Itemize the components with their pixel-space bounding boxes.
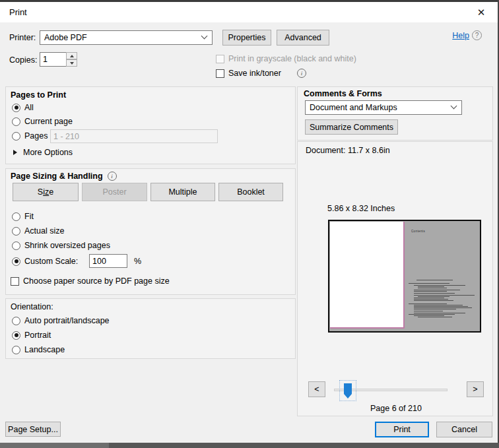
comments-forms-title: Comments & Forms — [304, 89, 382, 98]
all-radio[interactable] — [12, 104, 20, 112]
current-page-radio[interactable] — [12, 117, 20, 126]
info-icon[interactable]: i — [297, 69, 306, 78]
document-size-label: Document: 11.7 x 8.6in — [306, 146, 390, 155]
portrait-radio[interactable] — [12, 331, 20, 340]
paper-source-option[interactable]: Choose paper source by PDF page size — [11, 276, 170, 286]
actual-size-label: Actual size — [24, 226, 64, 236]
help-link[interactable]: Help — [452, 31, 469, 40]
summarize-comments-button[interactable]: Summarize Comments — [305, 119, 398, 135]
help-icon[interactable]: ? — [472, 30, 482, 40]
save-ink-label: Save ink/toner — [228, 69, 281, 78]
fit-label: Fit — [24, 212, 34, 221]
portrait-label: Portrait — [24, 331, 51, 340]
landscape-option[interactable]: Landscape — [12, 345, 65, 354]
copies-stepper — [66, 52, 77, 67]
next-page-button[interactable]: > — [467, 381, 484, 397]
arrow-down-icon — [70, 62, 74, 65]
size-button[interactable]: Size — [13, 183, 79, 201]
preview-page-thumbnail: Contents — [328, 220, 481, 333]
chevron-down-icon — [451, 104, 457, 109]
size-label-post: e — [49, 187, 53, 197]
background-window-bottom-edge-light — [0, 443, 109, 448]
save-ink-option: Save ink/toner i — [216, 69, 306, 78]
fit-option[interactable]: Fit — [12, 212, 34, 221]
copies-decrement-button[interactable] — [66, 59, 77, 67]
pages-label: Pages — [24, 131, 48, 141]
previous-icon: < — [314, 385, 319, 394]
next-icon: > — [473, 385, 477, 394]
custom-scale-input[interactable] — [89, 254, 127, 268]
chevron-down-icon — [202, 34, 207, 39]
pages-to-print-title: Pages to Print — [11, 90, 66, 100]
save-ink-checkbox[interactable] — [216, 69, 224, 78]
copies-increment-button[interactable] — [66, 52, 77, 59]
print-button[interactable]: Print — [375, 422, 429, 437]
printer-label: Printer: — [9, 33, 36, 42]
orientation-title: Orientation: — [11, 302, 53, 311]
landscape-radio[interactable] — [12, 346, 20, 354]
fit-radio[interactable] — [12, 212, 20, 221]
custom-scale-radio[interactable] — [12, 257, 20, 266]
page-sizing-header: Page Sizing & Handling i — [11, 172, 117, 181]
all-label: All — [24, 103, 34, 112]
print-dialog: Print ✕ Printer: Adobe PDF Properties Ad… — [0, 0, 499, 448]
landscape-label: Landscape — [24, 345, 65, 354]
size-label-accel: iz — [43, 187, 49, 197]
preview-toc-lines — [409, 278, 479, 321]
shrink-option[interactable]: Shrink oversized pages — [12, 241, 110, 250]
pages-option-current[interactable]: Current page — [12, 117, 73, 126]
info-icon[interactable]: i — [108, 172, 117, 181]
copies-label: Copies: — [9, 55, 37, 65]
paper-source-checkbox[interactable] — [11, 277, 19, 286]
shrink-label: Shrink oversized pages — [24, 241, 110, 250]
page-setup-button[interactable]: Page Setup... — [5, 422, 61, 437]
printer-select[interactable]: Adobe PDF — [40, 30, 213, 45]
properties-button[interactable]: Properties — [222, 30, 271, 46]
comments-forms-select[interactable]: Document and Markups — [305, 100, 462, 115]
poster-button: Poster — [82, 183, 147, 201]
scaled-size-label: 5.86 x 8.32 Inches — [327, 204, 395, 213]
copies-input[interactable] — [40, 52, 67, 67]
page-status: Page 6 of 210 — [370, 404, 422, 413]
auto-orientation-radio[interactable] — [12, 317, 20, 325]
custom-scale-option[interactable]: Custom Scale: — [12, 257, 78, 266]
advanced-button[interactable]: Advanced — [277, 30, 329, 46]
comments-forms-selected-value: Document and Markups — [310, 103, 397, 112]
multiple-button[interactable]: Multiple — [150, 183, 215, 201]
pages-radio[interactable] — [12, 132, 20, 141]
cancel-button[interactable]: Cancel — [436, 422, 492, 437]
pages-option-all[interactable]: All — [12, 103, 34, 112]
size-label-pre: S — [38, 187, 43, 197]
portrait-option[interactable]: Portrait — [12, 331, 51, 340]
arrow-up-icon — [70, 55, 74, 57]
auto-orientation-label: Auto portrait/landscape — [24, 316, 110, 325]
custom-scale-label: Custom Scale: — [24, 257, 78, 266]
printer-selected-value: Adobe PDF — [44, 33, 87, 42]
paper-source-label: Choose paper source by PDF page size — [23, 276, 170, 286]
grayscale-label: Print in grayscale (black and white) — [228, 54, 356, 63]
previous-page-button[interactable]: < — [308, 381, 325, 397]
preview-page-heading: Contents — [411, 230, 425, 233]
grayscale-option: Print in grayscale (black and white) — [216, 54, 356, 63]
more-options-label: More Options — [23, 148, 73, 157]
titlebar: Print ✕ — [0, 2, 498, 22]
shrink-radio[interactable] — [12, 241, 20, 250]
expand-arrow-icon — [13, 150, 17, 155]
close-button[interactable]: ✕ — [471, 5, 491, 20]
actual-size-option[interactable]: Actual size — [12, 226, 64, 236]
dialog-title: Print — [9, 7, 27, 17]
preview-panel: Document: 11.7 x 8.6in 5.86 x 8.32 Inche… — [297, 141, 493, 416]
close-icon: ✕ — [477, 7, 486, 18]
pages-range-input[interactable] — [50, 129, 218, 143]
percent-label: % — [134, 257, 141, 266]
booklet-button[interactable]: Booklet — [218, 183, 283, 201]
actual-size-radio[interactable] — [12, 227, 20, 236]
page-sizing-title: Page Sizing & Handling — [11, 172, 103, 181]
preview-page-area — [330, 222, 405, 329]
more-options-toggle[interactable]: More Options — [13, 148, 73, 157]
pages-option-range[interactable]: Pages — [12, 131, 48, 141]
auto-orientation-option[interactable]: Auto portrait/landscape — [12, 316, 110, 325]
current-page-label: Current page — [24, 117, 73, 126]
grayscale-checkbox — [216, 55, 224, 63]
